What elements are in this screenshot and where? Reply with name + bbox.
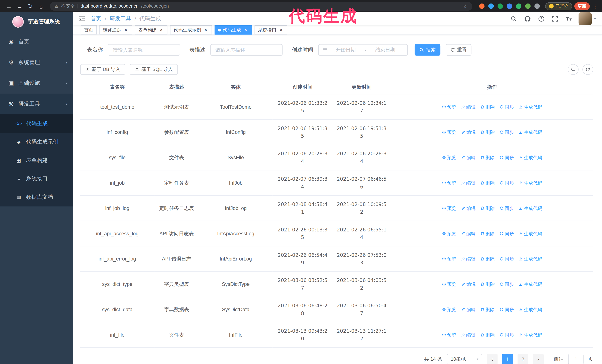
- github-icon[interactable]: [524, 15, 532, 23]
- next-page-button[interactable]: ›: [533, 354, 544, 364]
- page-button-1[interactable]: 1: [502, 354, 513, 364]
- page-size-select[interactable]: 10条/页 ▾: [447, 354, 482, 364]
- caret-down-icon[interactable]: ▾: [594, 17, 596, 21]
- preview-link[interactable]: 预览: [442, 306, 456, 313]
- generate-link[interactable]: 生成代码: [518, 179, 542, 186]
- edit-link[interactable]: 编辑: [461, 104, 475, 110]
- user-avatar[interactable]: [579, 12, 592, 25]
- sidebar-item-system-management[interactable]: ⚙系统管理▾: [0, 52, 73, 73]
- delete-link[interactable]: 删除: [480, 281, 495, 288]
- delete-link[interactable]: 删除: [480, 129, 495, 135]
- close-icon[interactable]: ×: [123, 27, 129, 32]
- browser-back-icon[interactable]: ←: [4, 1, 14, 11]
- edit-link[interactable]: 编辑: [461, 205, 475, 212]
- tab-form-builder[interactable]: 表单构建×: [135, 25, 167, 35]
- reset-button[interactable]: 重置: [446, 44, 472, 56]
- sidebar-item-codegen[interactable]: </>代码生成: [0, 114, 73, 133]
- drop-extension-icon[interactable]: [488, 3, 494, 9]
- close-icon[interactable]: ×: [279, 27, 284, 32]
- preview-link[interactable]: 预览: [442, 179, 456, 186]
- update-button[interactable]: 更新: [574, 2, 590, 10]
- edit-link[interactable]: 编辑: [461, 306, 475, 313]
- app-logo-row[interactable]: 芋道管理系统: [0, 12, 73, 31]
- generate-link[interactable]: 生成代码: [518, 129, 542, 135]
- edit-link[interactable]: 编辑: [461, 179, 475, 186]
- breadcrumb-item[interactable]: 研发工具: [110, 15, 131, 22]
- sync-link[interactable]: 同步: [499, 205, 514, 212]
- tab-system-api[interactable]: 系统接口×: [255, 25, 287, 35]
- delete-link[interactable]: 删除: [480, 332, 495, 338]
- fox-extension-icon[interactable]: [479, 3, 484, 9]
- generate-link[interactable]: 生成代码: [518, 230, 542, 237]
- generate-link[interactable]: 生成代码: [518, 104, 542, 110]
- date-range-picker[interactable]: 开始日期 - 结束日期: [318, 44, 408, 56]
- close-icon[interactable]: ×: [203, 27, 208, 32]
- prev-page-button[interactable]: ‹: [487, 354, 497, 364]
- table-desc-input[interactable]: [210, 44, 283, 56]
- tab-tracer[interactable]: 链路追踪×: [99, 25, 132, 35]
- sidebar-item-home[interactable]: ◉首页: [0, 31, 73, 52]
- edit-link[interactable]: 编辑: [461, 154, 475, 161]
- preview-link[interactable]: 预览: [442, 230, 456, 237]
- sync-link[interactable]: 同步: [499, 332, 514, 338]
- import-sql-button[interactable]: 基于 SQL 导入: [130, 64, 178, 75]
- sidebar-fold-icon[interactable]: [79, 16, 85, 22]
- tab-codegen[interactable]: 代码生成×: [215, 25, 252, 35]
- delete-link[interactable]: 删除: [480, 306, 495, 313]
- goto-page-input[interactable]: [568, 354, 584, 364]
- delete-link[interactable]: 删除: [480, 255, 495, 262]
- browser-forward-icon[interactable]: →: [15, 1, 25, 11]
- delete-link[interactable]: 删除: [480, 154, 495, 161]
- page-button-2[interactable]: 2: [517, 354, 528, 364]
- toggle-search-button[interactable]: [568, 64, 579, 75]
- tab-codegen-example[interactable]: 代码生成示例×: [170, 25, 212, 35]
- address-bar[interactable]: ⚠ 不安全 dashboard.yudao.iocoder.cn/tool/co…: [50, 2, 472, 10]
- sync-link[interactable]: 同步: [499, 179, 514, 186]
- delete-link[interactable]: 删除: [480, 104, 495, 110]
- preview-link[interactable]: 预览: [442, 281, 456, 288]
- people-extension-icon[interactable]: [507, 3, 512, 9]
- tab-home[interactable]: 首页: [81, 25, 97, 35]
- sidebar-item-form-builder[interactable]: ▦表单构建: [0, 151, 73, 170]
- sync-link[interactable]: 同步: [499, 306, 514, 313]
- sidebar-item-dev-tools[interactable]: ⚒研发工具▴: [0, 94, 73, 114]
- bookmark-star-icon[interactable]: ☆: [463, 3, 468, 9]
- sync-link[interactable]: 同步: [499, 255, 514, 262]
- preview-link[interactable]: 预览: [442, 154, 456, 161]
- help-icon[interactable]: [537, 15, 546, 23]
- import-db-button[interactable]: 基于 DB 导入: [80, 64, 125, 75]
- sync-link[interactable]: 同步: [499, 154, 514, 161]
- preview-link[interactable]: 预览: [442, 129, 456, 135]
- breadcrumb-item[interactable]: 首页: [91, 15, 101, 22]
- check-extension-icon[interactable]: [497, 3, 503, 9]
- browser-home-icon[interactable]: ⌂: [36, 1, 46, 11]
- fullscreen-icon[interactable]: [551, 15, 559, 23]
- sync-link[interactable]: 同步: [499, 129, 514, 135]
- font-size-icon[interactable]: [565, 15, 573, 23]
- puzzle-icon[interactable]: [534, 3, 540, 9]
- delete-link[interactable]: 删除: [480, 230, 495, 237]
- edit-link[interactable]: 编辑: [461, 332, 475, 338]
- refresh-table-button[interactable]: [582, 64, 593, 75]
- browser-reload-icon[interactable]: ↻: [25, 1, 35, 11]
- paused-badge[interactable]: 已暂停: [545, 2, 572, 10]
- preview-link[interactable]: 预览: [442, 205, 456, 212]
- generate-link[interactable]: 生成代码: [518, 255, 542, 262]
- preview-link[interactable]: 预览: [442, 255, 456, 262]
- edit-link[interactable]: 编辑: [461, 129, 475, 135]
- sync-link[interactable]: 同步: [499, 230, 514, 237]
- search-icon[interactable]: [510, 15, 518, 23]
- sidebar-item-db-doc[interactable]: ▤数据库文档: [0, 188, 73, 207]
- generate-link[interactable]: 生成代码: [518, 281, 542, 288]
- edit-link[interactable]: 编辑: [461, 281, 475, 288]
- preview-link[interactable]: 预览: [442, 104, 456, 110]
- sync-link[interactable]: 同步: [499, 104, 514, 110]
- delete-link[interactable]: 删除: [480, 205, 495, 212]
- generate-link[interactable]: 生成代码: [518, 205, 542, 212]
- sidebar-item-system-api[interactable]: ≡系统接口: [0, 170, 73, 188]
- close-icon[interactable]: ×: [159, 27, 164, 32]
- generate-link[interactable]: 生成代码: [518, 332, 542, 338]
- edit-link[interactable]: 编辑: [461, 230, 475, 237]
- edit-link[interactable]: 编辑: [461, 255, 475, 262]
- generate-link[interactable]: 生成代码: [518, 154, 542, 161]
